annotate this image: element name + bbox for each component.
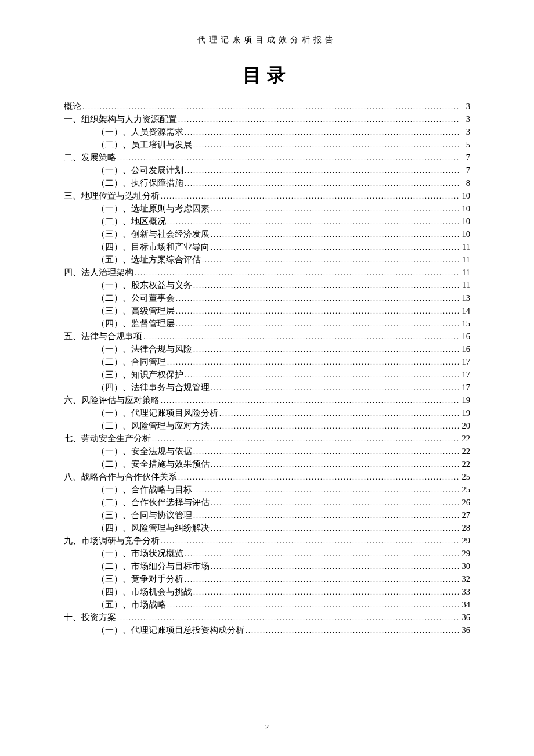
toc-entry: 五、法律与合规事项16: [64, 332, 470, 341]
toc-entry-page: 17: [460, 383, 470, 392]
toc-entry-page: 5: [460, 141, 470, 149]
toc-leader-dots: [193, 141, 459, 149]
toc-leader-dots: [185, 549, 459, 558]
toc-entry-page: 17: [460, 370, 470, 379]
toc-leader-dots: [178, 115, 459, 124]
toc-entry: 二、发展策略7: [64, 153, 470, 162]
toc-entry-page: 22: [460, 447, 470, 456]
toc-entry-page: 28: [460, 524, 470, 532]
toc-entry-label: （一）、人员资源需求: [96, 128, 183, 136]
toc-entry: （二）、执行保障措施8: [64, 179, 470, 188]
toc-entry-page: 36: [460, 613, 470, 622]
toc-entry: （一）、合作战略与目标25: [64, 485, 470, 494]
toc-entry-page: 14: [460, 307, 470, 315]
toc-entry-page: 10: [460, 192, 470, 200]
toc-entry-label: 二、发展策略: [64, 153, 116, 162]
toc-leader-dots: [176, 319, 459, 328]
toc-entry-label: 九、市场调研与竞争分析: [64, 537, 160, 545]
toc-leader-dots: [211, 422, 459, 430]
toc-entry-label: 七、劳动安全生产分析: [64, 434, 151, 443]
toc-entry: （三）、高级管理层14: [64, 307, 470, 315]
toc-entry: 十、投资方案36: [64, 613, 470, 622]
toc-entry: （四）、市场机会与挑战33: [64, 588, 470, 596]
toc-entry-label: （一）、市场状况概览: [96, 549, 183, 558]
toc-leader-dots: [211, 562, 459, 571]
toc-entry-label: （二）、市场细分与目标市场: [96, 562, 210, 571]
toc-entry-label: （二）、合同管理: [96, 358, 166, 366]
toc-entry-page: 11: [460, 281, 470, 290]
toc-entry-label: （二）、员工培训与发展: [96, 141, 192, 149]
toc-entry-label: （四）、市场机会与挑战: [96, 588, 192, 596]
toc-entry-page: 7: [460, 166, 470, 175]
toc-entry: （四）、目标市场和产业导向11: [64, 243, 470, 251]
toc-entry-label: （二）、执行保障措施: [96, 179, 183, 188]
toc-entry: （四）、风险管理与纠纷解决28: [64, 524, 470, 532]
toc-entry-label: （四）、风险管理与纠纷解决: [96, 524, 210, 532]
toc-leader-dots: [185, 575, 459, 584]
toc-entry: （三）、知识产权保护17: [64, 370, 470, 379]
toc-entry-label: （一）、公司发展计划: [96, 166, 183, 175]
toc-entry-page: 26: [460, 498, 470, 507]
toc-entry-label: （一）、法律合规与风险: [96, 345, 192, 354]
toc-entry-label: （三）、竞争对手分析: [96, 575, 183, 584]
toc-entry-label: （三）、合同与协议管理: [96, 511, 192, 520]
toc-entry-label: 十、投资方案: [64, 613, 116, 622]
toc-leader-dots: [193, 588, 459, 596]
toc-leader-dots: [117, 153, 459, 162]
toc-entry-page: 20: [460, 422, 470, 430]
toc-entry: （一）、市场状况概览29: [64, 549, 470, 558]
toc-leader-dots: [193, 447, 459, 456]
toc-entry-label: 五、法律与合规事项: [64, 332, 142, 341]
toc-entry: （一）、代理记账项目总投资构成分析36: [64, 626, 470, 635]
toc-leader-dots: [152, 434, 459, 443]
toc-entry-page: 17: [460, 358, 470, 366]
toc-leader-dots: [211, 230, 459, 239]
toc-entry: （二）、地区概况10: [64, 217, 470, 226]
toc-leader-dots: [185, 370, 459, 379]
toc-leader-dots: [161, 192, 459, 200]
toc-entry: 七、劳动安全生产分析22: [64, 434, 470, 443]
toc-entry-page: 11: [460, 268, 470, 277]
toc-entry: 四、法人治理架构11: [64, 268, 470, 277]
toc-entry: （一）、代理记账项目风险分析19: [64, 409, 470, 417]
toc-entry-label: （二）、合作伙伴选择与评估: [96, 498, 210, 507]
toc-entry: （一）、公司发展计划7: [64, 166, 470, 175]
toc-entry-label: （五）、市场战略: [96, 600, 166, 609]
toc-leader-dots: [219, 409, 459, 417]
toc-entry: （二）、合作伙伴选择与评估26: [64, 498, 470, 507]
toc-leader-dots: [211, 383, 459, 392]
toc-leader-dots: [167, 600, 459, 609]
toc-entry-label: （一）、安全法规与依据: [96, 447, 192, 456]
toc-entry-label: （三）、创新与社会经济发展: [96, 230, 210, 239]
toc-leader-dots: [193, 511, 459, 520]
toc-entry-label: （一）、代理记账项目总投资构成分析: [96, 626, 244, 635]
toc-entry: （二）、安全措施与效果预估22: [64, 460, 470, 469]
toc-leader-dots: [176, 294, 459, 303]
toc-entry: （一）、人员资源需求3: [64, 128, 470, 136]
page-number: 2: [0, 722, 534, 732]
toc-entry: （二）、公司董事会13: [64, 294, 470, 303]
toc-leader-dots: [246, 626, 459, 635]
toc-entry-page: 8: [460, 179, 470, 188]
toc-entry-label: （一）、选址原则与考虑因素: [96, 204, 210, 213]
toc-entry-page: 10: [460, 204, 470, 213]
toc-leader-dots: [117, 613, 459, 622]
toc-leader-dots: [178, 473, 459, 481]
toc-entry-page: 15: [460, 319, 470, 328]
toc-entry-page: 19: [460, 396, 470, 405]
toc-entry: （一）、安全法规与依据22: [64, 447, 470, 456]
toc-entry-label: 四、法人治理架构: [64, 268, 134, 277]
toc-entry: （五）、市场战略34: [64, 600, 470, 609]
toc-entry: （二）、市场细分与目标市场30: [64, 562, 470, 571]
toc-leader-dots: [211, 460, 459, 469]
toc-leader-dots: [211, 204, 459, 213]
toc-leader-dots: [185, 128, 459, 136]
toc-entry-page: 33: [460, 588, 470, 596]
toc-leader-dots: [135, 268, 459, 277]
table-of-contents: 概论3一、组织架构与人力资源配置3（一）、人员资源需求3（二）、员工培训与发展5…: [64, 102, 470, 635]
toc-entry-page: 25: [460, 485, 470, 494]
document-page: 代理记账项目成效分析报告 目录 概论3一、组织架构与人力资源配置3（一）、人员资…: [0, 0, 534, 662]
toc-leader-dots: [82, 102, 459, 111]
toc-entry-label: （二）、公司董事会: [96, 294, 175, 303]
toc-leader-dots: [176, 307, 459, 315]
